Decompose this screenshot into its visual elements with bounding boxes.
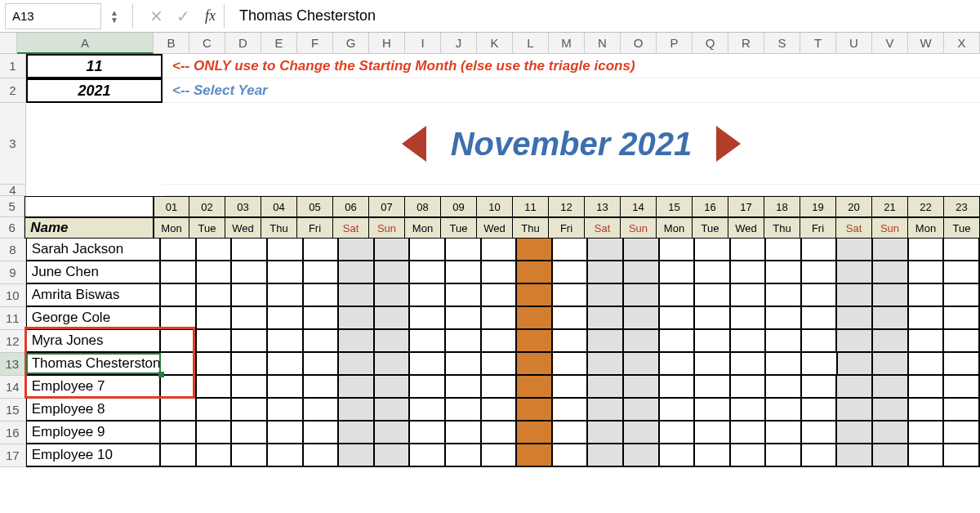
day-cell[interactable] bbox=[944, 399, 980, 422]
day-cell[interactable] bbox=[731, 422, 767, 444]
day-number-header[interactable]: 01 bbox=[154, 196, 189, 217]
day-of-week-header[interactable]: Fri bbox=[549, 217, 585, 239]
day-cell[interactable] bbox=[766, 330, 802, 353]
day-cell[interactable] bbox=[909, 261, 945, 284]
day-cell[interactable] bbox=[517, 261, 553, 284]
column-header[interactable]: Q bbox=[693, 33, 728, 54]
day-cell[interactable] bbox=[944, 376, 980, 399]
day-cell[interactable] bbox=[304, 261, 340, 284]
day-cell[interactable] bbox=[268, 307, 304, 330]
day-cell[interactable] bbox=[410, 376, 446, 399]
column-header[interactable]: W bbox=[908, 33, 944, 54]
day-cell[interactable] bbox=[553, 239, 589, 261]
day-cell[interactable] bbox=[482, 399, 518, 422]
day-cell[interactable] bbox=[695, 307, 731, 330]
column-header[interactable]: J bbox=[441, 33, 477, 54]
day-cell[interactable] bbox=[197, 307, 233, 330]
day-number-header[interactable]: 12 bbox=[549, 196, 585, 217]
day-cell[interactable] bbox=[268, 261, 304, 284]
row-header[interactable]: 11 bbox=[0, 307, 26, 330]
day-cell[interactable] bbox=[660, 307, 696, 330]
row-header[interactable]: 9 bbox=[0, 261, 26, 284]
row-header[interactable]: 2 bbox=[0, 78, 26, 103]
day-cell[interactable] bbox=[553, 399, 589, 422]
day-cell[interactable] bbox=[197, 422, 233, 444]
day-cell[interactable] bbox=[588, 422, 624, 444]
day-cell[interactable] bbox=[446, 353, 482, 376]
day-cell[interactable] bbox=[304, 444, 340, 467]
day-cell[interactable] bbox=[197, 353, 233, 376]
day-cell[interactable] bbox=[944, 353, 980, 376]
day-cell[interactable] bbox=[161, 330, 197, 353]
day-of-week-header[interactable]: Sat bbox=[836, 217, 872, 239]
day-of-week-header[interactable]: Mon bbox=[405, 217, 441, 239]
day-cell[interactable] bbox=[837, 261, 873, 284]
day-cell[interactable] bbox=[766, 261, 802, 284]
day-cell[interactable] bbox=[766, 239, 802, 261]
day-cell[interactable] bbox=[304, 330, 340, 353]
column-header[interactable]: M bbox=[549, 33, 585, 54]
column-header[interactable]: T bbox=[800, 33, 836, 54]
day-cell[interactable] bbox=[802, 284, 838, 307]
name-column-header[interactable]: Name bbox=[24, 217, 154, 239]
day-cell[interactable] bbox=[624, 307, 660, 330]
day-cell[interactable] bbox=[482, 444, 518, 467]
day-cell[interactable] bbox=[232, 399, 268, 422]
day-cell[interactable] bbox=[695, 353, 731, 376]
day-cell[interactable] bbox=[873, 284, 909, 307]
day-cell[interactable] bbox=[517, 284, 553, 307]
day-number-header[interactable]: 19 bbox=[800, 196, 836, 217]
row-header[interactable]: 1 bbox=[0, 54, 26, 78]
column-header[interactable]: G bbox=[333, 33, 369, 54]
day-cell[interactable] bbox=[660, 422, 696, 444]
day-cell[interactable] bbox=[375, 353, 411, 376]
day-cell[interactable] bbox=[517, 239, 553, 261]
day-cell[interactable] bbox=[837, 284, 873, 307]
day-of-week-header[interactable]: Fri bbox=[297, 217, 333, 239]
day-cell[interactable] bbox=[873, 399, 909, 422]
day-cell[interactable] bbox=[624, 239, 660, 261]
day-cell[interactable] bbox=[588, 307, 624, 330]
day-cell[interactable] bbox=[909, 422, 945, 444]
day-cell[interactable] bbox=[161, 444, 197, 467]
day-of-week-header[interactable]: Wed bbox=[225, 217, 261, 239]
day-of-week-header[interactable]: Sat bbox=[333, 217, 369, 239]
day-cell[interactable] bbox=[588, 284, 624, 307]
column-header[interactable]: F bbox=[297, 33, 333, 54]
day-cell[interactable] bbox=[446, 261, 482, 284]
day-of-week-header[interactable]: Thu bbox=[764, 217, 800, 239]
day-cell[interactable] bbox=[304, 239, 340, 261]
day-cell[interactable] bbox=[731, 399, 767, 422]
row-header[interactable]: 16 bbox=[0, 422, 26, 444]
column-header[interactable]: S bbox=[764, 33, 800, 54]
day-cell[interactable] bbox=[837, 422, 873, 444]
day-number-header[interactable]: 02 bbox=[189, 196, 225, 217]
day-cell[interactable] bbox=[802, 444, 838, 467]
day-cell[interactable] bbox=[766, 399, 802, 422]
row-header[interactable]: 3 bbox=[0, 103, 26, 185]
day-number-header[interactable]: 13 bbox=[585, 196, 621, 217]
day-cell[interactable] bbox=[624, 261, 660, 284]
day-of-week-header[interactable]: Thu bbox=[513, 217, 549, 239]
day-cell[interactable] bbox=[375, 284, 411, 307]
day-cell[interactable] bbox=[909, 353, 945, 376]
day-of-week-header[interactable]: Thu bbox=[261, 217, 297, 239]
day-cell[interactable] bbox=[909, 330, 945, 353]
day-cell[interactable] bbox=[232, 330, 268, 353]
day-cell[interactable] bbox=[660, 239, 696, 261]
day-cell[interactable] bbox=[410, 307, 446, 330]
day-number-header[interactable]: 18 bbox=[764, 196, 800, 217]
day-cell[interactable] bbox=[588, 444, 624, 467]
day-of-week-header[interactable]: Mon bbox=[908, 217, 944, 239]
day-of-week-header[interactable]: Wed bbox=[477, 217, 513, 239]
column-header[interactable]: I bbox=[405, 33, 441, 54]
day-cell[interactable] bbox=[588, 353, 624, 376]
day-cell[interactable] bbox=[624, 422, 660, 444]
day-cell[interactable] bbox=[660, 444, 696, 467]
employee-name-cell[interactable]: Employee 10 bbox=[26, 444, 162, 467]
day-cell[interactable] bbox=[446, 284, 482, 307]
column-header[interactable]: U bbox=[836, 33, 872, 54]
day-number-header[interactable]: 15 bbox=[657, 196, 693, 217]
day-cell[interactable] bbox=[197, 239, 233, 261]
day-cell[interactable] bbox=[339, 444, 375, 467]
